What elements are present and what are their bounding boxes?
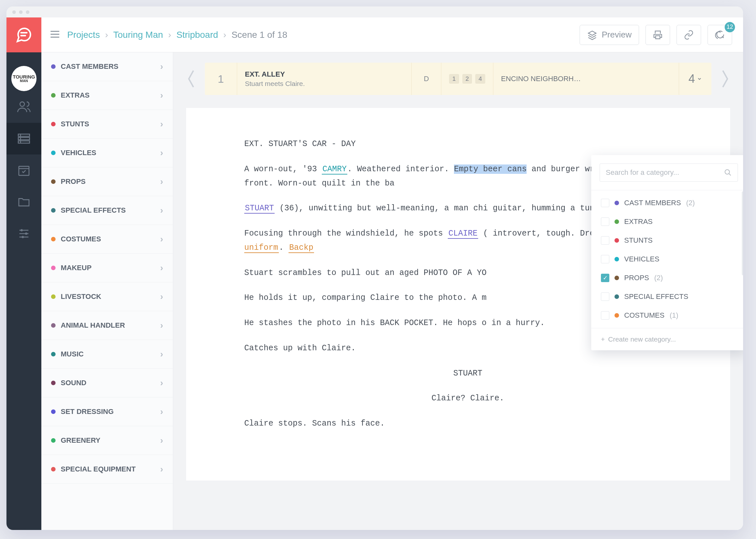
color-dot-icon	[51, 352, 55, 356]
category-list[interactable]: CAST MEMBERS (2)EXTRAS STUNTS VEHICLES P…	[591, 190, 743, 328]
preview-label: Preview	[602, 30, 632, 40]
chevron-right-icon: ›	[160, 435, 163, 446]
next-scene-button[interactable]	[719, 63, 730, 95]
rail-stripboard-icon[interactable]	[6, 123, 41, 154]
sidebar-category-item[interactable]: PROPS›	[41, 167, 173, 196]
sidebar-category-item[interactable]: GREENERY›	[41, 426, 173, 455]
print-button[interactable]	[645, 25, 670, 45]
chevron-right-icon: ›	[160, 378, 163, 388]
window-zoom-dot[interactable]	[26, 10, 30, 14]
scene-synopsis: Stuart meets Claire.	[245, 80, 404, 88]
rail-people-icon[interactable]	[6, 91, 41, 123]
category-label: VEHICLES	[624, 255, 659, 264]
strip-header: 1 EXT. ALLEY Stuart meets Claire. D 124 …	[186, 63, 730, 95]
sidebar-category-item[interactable]: SET DRESSING›	[41, 398, 173, 426]
checkbox[interactable]	[601, 255, 609, 264]
category-label: STUNTS	[624, 236, 652, 245]
category-count: (2)	[686, 199, 695, 207]
color-dot-icon	[51, 122, 55, 126]
crumb-section[interactable]: Stripboard	[177, 30, 218, 40]
color-dot-icon	[51, 294, 55, 299]
crumb-project[interactable]: Touring Man	[113, 30, 163, 40]
cast-chip: 4	[475, 74, 485, 84]
sidebar-category-item[interactable]: COSTUMES›	[41, 225, 173, 254]
sidebar-category-item[interactable]: SOUND›	[41, 369, 173, 398]
chevron-right-icon: ›	[223, 30, 226, 40]
popover-category-item[interactable]: SPECIAL EFFECTS	[591, 287, 743, 306]
sidebar-category-item[interactable]: MUSIC›	[41, 340, 173, 369]
chevron-right-icon	[719, 68, 730, 90]
sidebar-category-item[interactable]: EXTRAS›	[41, 81, 173, 110]
svg-line-16	[729, 174, 731, 176]
checkbox[interactable]	[601, 236, 609, 245]
popover-category-item[interactable]: VEHICLES	[591, 250, 743, 269]
category-sidebar: CAST MEMBERS›EXTRAS›STUNTS›VEHICLES›PROP…	[41, 52, 173, 530]
link-button[interactable]	[677, 25, 701, 45]
category-label: EXTRAS	[61, 91, 90, 100]
checkbox[interactable]	[601, 199, 609, 207]
chevron-right-icon: ›	[160, 119, 163, 129]
workspace: 1 EXT. ALLEY Stuart meets Claire. D 124 …	[173, 52, 743, 530]
topbar: Projects › Touring Man › Stripboard › Sc…	[41, 18, 743, 52]
popover-category-item[interactable]: STUNTS	[591, 231, 743, 250]
menu-icon[interactable]	[49, 29, 61, 41]
color-dot-icon	[51, 438, 55, 443]
search-icon	[724, 169, 732, 177]
tag-cast[interactable]: STUART	[244, 203, 274, 214]
chat-icon	[715, 30, 725, 40]
sidebar-category-item[interactable]: STUNTS›	[41, 110, 173, 139]
create-category-button[interactable]: + Create new category...	[591, 328, 743, 350]
sidebar-category-item[interactable]: SPECIAL EQUIPMENT›	[41, 455, 173, 484]
color-dot-icon	[51, 64, 55, 69]
rail-files-icon[interactable]	[6, 186, 41, 218]
checkbox[interactable]	[601, 274, 609, 282]
checkbox[interactable]	[601, 217, 609, 226]
crumb-projects[interactable]: Projects	[67, 30, 100, 40]
window-titlebar	[6, 6, 743, 18]
category-count: (1)	[670, 311, 678, 320]
category-popover: Search for a category... CAST MEMBERS (2…	[591, 155, 743, 350]
window-minimize-dot[interactable]	[19, 10, 23, 14]
svg-rect-4	[19, 166, 29, 176]
popover-category-item[interactable]: PROPS (2)	[591, 269, 743, 287]
crumb-current: Scene 1 of 18	[231, 30, 287, 40]
project-avatar[interactable]: TOURING MAN	[11, 66, 37, 91]
scrollbar[interactable]	[742, 191, 743, 275]
popover-category-item[interactable]: EXTRAS	[591, 212, 743, 231]
color-dot-icon	[51, 266, 55, 270]
category-search-input[interactable]: Search for a category...	[600, 164, 738, 182]
color-dot-icon	[51, 208, 55, 213]
preview-button[interactable]: Preview	[579, 25, 639, 45]
tag-costume[interactable]: Backp	[288, 243, 314, 253]
rail-calendar-icon[interactable]	[6, 154, 41, 186]
checkbox[interactable]	[601, 311, 609, 320]
brand-logo[interactable]	[6, 18, 41, 52]
chevron-left-icon	[186, 68, 197, 90]
sidebar-category-item[interactable]: LIVESTOCK›	[41, 282, 173, 311]
prev-scene-button[interactable]	[186, 63, 197, 95]
sidebar-category-item[interactable]: ANIMAL HANDLER›	[41, 311, 173, 340]
category-label: VEHICLES	[61, 149, 96, 157]
strip[interactable]: 1 EXT. ALLEY Stuart meets Claire. D 124 …	[205, 63, 712, 95]
sidebar-category-item[interactable]: CAST MEMBERS›	[41, 52, 173, 81]
comments-button[interactable]: 12	[708, 25, 732, 45]
sidebar-category-item[interactable]: SPECIAL EFFECTS›	[41, 196, 173, 225]
chevron-down-icon	[697, 76, 702, 81]
color-dot-icon	[615, 294, 619, 299]
tag-vehicle[interactable]: CAMRY	[322, 165, 347, 175]
color-dot-icon	[615, 257, 619, 262]
category-label: SPECIAL EQUIPMENT	[61, 465, 136, 473]
popover-category-item[interactable]: CAST MEMBERS (2)	[591, 193, 743, 212]
sidebar-category-item[interactable]: VEHICLES›	[41, 139, 173, 167]
tag-cast[interactable]: CLAIRE	[448, 229, 478, 239]
checkbox[interactable]	[601, 292, 609, 301]
rail-settings-icon[interactable]	[6, 218, 41, 250]
layers-icon	[587, 30, 597, 40]
color-dot-icon	[51, 381, 55, 385]
window-close-dot[interactable]	[12, 10, 16, 14]
popover-category-item[interactable]: COSTUMES (1)	[591, 306, 743, 325]
color-dot-icon	[615, 238, 619, 243]
page-count: 4	[679, 63, 712, 95]
sidebar-category-item[interactable]: MAKEUP›	[41, 254, 173, 282]
selected-text[interactable]: Empty beer cans	[454, 165, 527, 174]
